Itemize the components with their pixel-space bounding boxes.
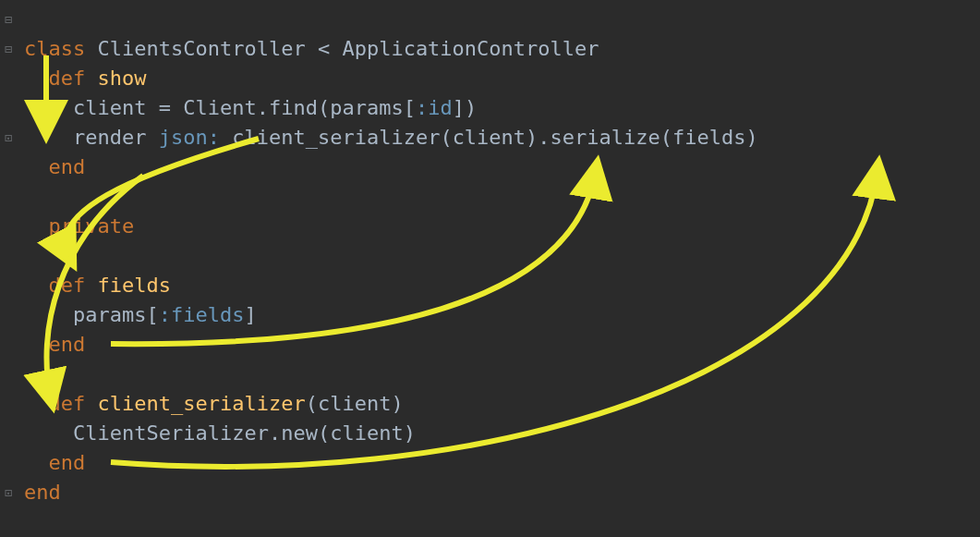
keyword-class: class [24,37,85,60]
keyword-private: private [49,214,135,238]
method-call: render [73,126,146,149]
constant: ClientSerializer [73,421,269,445]
fold-marker [0,153,17,182]
fold-marker[interactable]: ⊡ [0,478,17,507]
code-line: def fields [24,271,758,300]
keyword-end: end [49,451,86,474]
code-line: end [24,448,758,478]
code-line: def client_serializer(client) [24,389,758,419]
constant: Client [183,96,256,119]
keyword-end: end [49,333,86,356]
fold-marker [0,212,17,241]
fold-marker [0,448,17,478]
code-area[interactable]: class ClientsController < ApplicationCon… [17,0,758,537]
operator-lt: < [318,37,330,60]
keyword-end: end [49,155,86,178]
fold-marker [0,241,17,271]
fold-marker [0,389,17,419]
method-call: new [281,421,318,445]
fold-marker [0,300,17,330]
fold-marker [0,271,17,300]
symbol: :id [416,96,453,119]
code-line: def show [24,64,758,93]
parent-class: ApplicationController [342,37,599,60]
method-call: serialize [550,126,660,149]
method-call: client_serializer [232,126,440,149]
method-name: show [98,67,147,90]
method-name: fields [98,274,171,297]
argument: fields [672,126,745,149]
fold-marker[interactable]: ⊟ [0,34,17,64]
variable: client [73,96,146,119]
keyword-end: end [24,481,61,504]
keyword-def: def [49,392,86,415]
method-call: find [269,96,318,119]
fold-marker [0,419,17,448]
label: json: [159,126,220,149]
code-line [24,241,758,271]
gutter: ⊟ ⊟ ⊡ ⊡ [0,0,17,537]
keyword-def: def [49,67,86,90]
code-line: render json: client_serializer(client).s… [24,123,758,153]
fold-marker [0,93,17,123]
fold-marker[interactable]: ⊟ [0,5,17,34]
code-line: end [24,330,758,360]
keyword-def: def [49,274,86,297]
code-line: ClientSerializer.new(client) [24,419,758,448]
symbol: :fields [159,303,245,326]
code-line: end [24,478,758,507]
code-line: client = Client.find(params[:id]) [24,93,758,123]
fold-marker [0,64,17,93]
fold-marker[interactable]: ⊡ [0,123,17,153]
code-line [24,182,758,212]
fold-marker [0,182,17,212]
code-line: end [24,153,758,182]
code-line: class ClientsController < ApplicationCon… [24,34,758,64]
code-line: params[:fields] [24,300,758,330]
fold-marker [0,360,17,389]
code-editor: ⊟ ⊟ ⊡ ⊡ class ClientsController < Applic… [0,0,980,537]
code-line [24,360,758,389]
fold-marker [0,330,17,360]
class-name: ClientsController [97,37,305,60]
code-line: private [24,212,758,241]
method-name: client_serializer [98,392,306,415]
